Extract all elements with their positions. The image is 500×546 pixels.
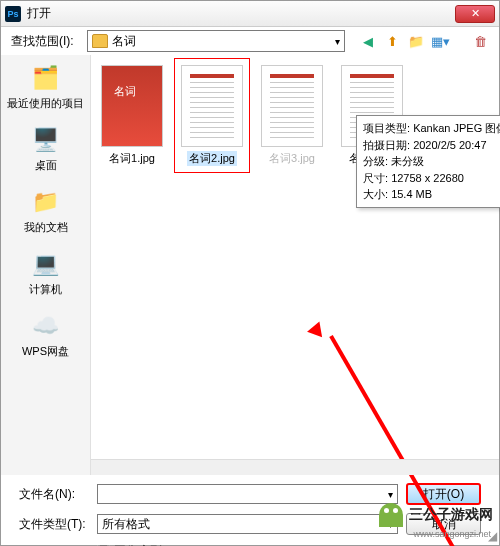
cloud-icon: ☁️: [29, 311, 63, 341]
place-computer[interactable]: 💻 计算机: [29, 249, 63, 297]
chevron-down-icon: ▾: [388, 489, 393, 500]
annotation-arrow: [101, 166, 291, 446]
place-recent[interactable]: 🗂️ 最近使用的项目: [7, 63, 84, 111]
place-documents[interactable]: 📁 我的文档: [24, 187, 68, 235]
body: 🗂️ 最近使用的项目 🖥️ 桌面 📁 我的文档 💻 计算机 ☁️ WPS网盘: [1, 55, 499, 475]
views-icon[interactable]: ▦▾: [431, 32, 449, 50]
place-desktop[interactable]: 🖥️ 桌面: [29, 125, 63, 173]
computer-icon: 💻: [29, 249, 63, 279]
desktop-icon: 🖥️: [29, 125, 63, 155]
lookin-value: 名词: [112, 33, 136, 50]
thumb-image: [101, 65, 163, 147]
lookin-bar: 查找范围(I): 名词 ▾ ◀ ⬆ 📁 ▦▾ 🗑: [1, 27, 499, 55]
recent-icon: 🗂️: [29, 63, 63, 93]
dialog-title: 打开: [27, 5, 455, 22]
nav-icons: ◀ ⬆ 📁 ▦▾ 🗑: [359, 32, 489, 50]
thumb-image: [261, 65, 323, 147]
open-button[interactable]: 打开(O): [406, 483, 481, 505]
thumb-image: [181, 65, 243, 147]
close-button[interactable]: ✕: [455, 5, 495, 23]
watermark-url: www.sangongzi.net: [413, 529, 491, 539]
filename-combo[interactable]: ▾: [97, 484, 398, 504]
filename-label: 文件名(N):: [19, 486, 89, 503]
filetype-label: 文件类型(T):: [19, 516, 89, 533]
watermark-icon: [379, 503, 403, 527]
titlebar: Ps 打开 ✕: [1, 1, 499, 27]
new-folder-icon[interactable]: 📁: [407, 32, 425, 50]
scrollbar-h[interactable]: [91, 459, 499, 475]
folder-icon: [92, 34, 108, 48]
file-thumb[interactable]: 名词3.jpg: [261, 65, 323, 166]
file-thumb-selected[interactable]: 名词2.jpg: [181, 65, 243, 166]
places-bar: 🗂️ 最近使用的项目 🖥️ 桌面 📁 我的文档 💻 计算机 ☁️ WPS网盘: [1, 55, 91, 475]
up-icon[interactable]: ⬆: [383, 32, 401, 50]
delete-icon[interactable]: 🗑: [471, 32, 489, 50]
lookin-label: 查找范围(I):: [11, 33, 81, 50]
chevron-down-icon: ▾: [335, 36, 340, 47]
file-tooltip: 项目类型: Kankan JPEG 图像 拍摄日期: 2020/2/5 20:4…: [356, 115, 500, 208]
lookin-combo[interactable]: 名词 ▾: [87, 30, 345, 52]
open-dialog: Ps 打开 ✕ 查找范围(I): 名词 ▾ ◀ ⬆ 📁 ▦▾ 🗑 🗂️ 最近使用…: [0, 0, 500, 546]
watermark: 三公子游戏网: [379, 503, 493, 527]
file-area[interactable]: 名词1.jpg 名词2.jpg 名词3.jpg 名词4.jpg 项目类型: Ka…: [91, 55, 499, 475]
place-wps[interactable]: ☁️ WPS网盘: [22, 311, 69, 359]
filetype-combo[interactable]: 所有格式 ▾: [97, 514, 398, 534]
back-icon[interactable]: ◀: [359, 32, 377, 50]
watermark-text: 三公子游戏网: [409, 506, 493, 524]
file-thumb[interactable]: 名词1.jpg: [101, 65, 163, 166]
documents-icon: 📁: [29, 187, 63, 217]
photoshop-icon: Ps: [5, 6, 21, 22]
